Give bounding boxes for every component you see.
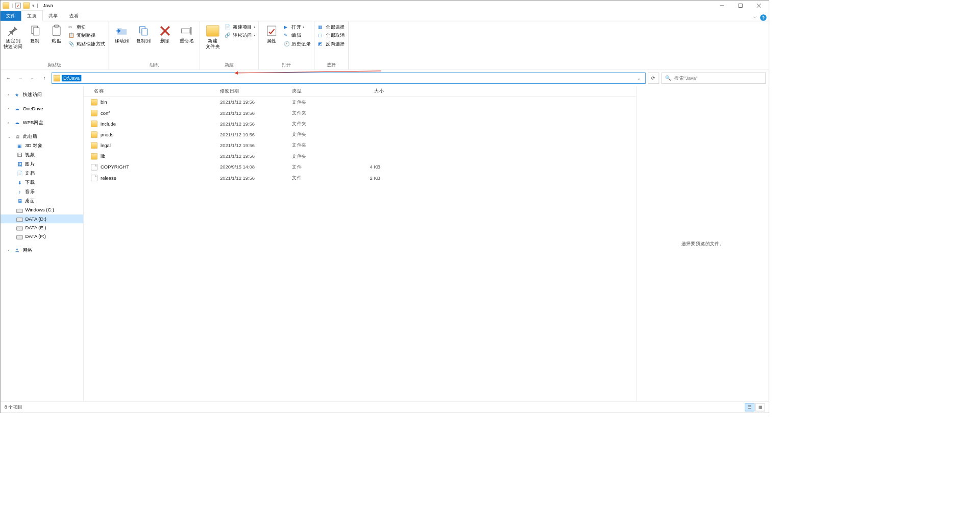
folder-icon <box>3 3 9 9</box>
back-button[interactable]: ← <box>4 74 13 83</box>
group-label-organize: 组织 <box>112 61 197 69</box>
file-type: 文件夹 <box>288 131 348 138</box>
column-date[interactable]: 修改日期 <box>216 88 288 94</box>
tree-network[interactable]: ›🖧网络 <box>1 246 83 255</box>
tab-file[interactable]: 文件 <box>1 11 21 21</box>
tree-onedrive[interactable]: ›☁OneDrive <box>1 104 83 113</box>
file-row[interactable]: legal2021/1/12 19:56文件夹 <box>84 140 636 151</box>
tree-wps[interactable]: ›☁WPS网盘 <box>1 118 83 127</box>
copy-button[interactable]: 复制 <box>25 23 44 44</box>
column-type[interactable]: 类型 <box>288 88 348 94</box>
up-button[interactable]: ↑ <box>40 74 50 83</box>
search-box[interactable]: 🔍 搜索"Java" <box>662 73 766 84</box>
tree-downloads[interactable]: ⬇下载 <box>1 178 83 187</box>
file-name: lib <box>101 153 105 159</box>
rename-button[interactable]: 重命名 <box>177 23 197 44</box>
file-type: 文件夹 <box>288 99 348 105</box>
invert-selection-button[interactable]: ◩反向选择 <box>318 40 345 47</box>
address-bar[interactable]: D:\Java ⌄ <box>52 73 645 84</box>
file-type: 文件夹 <box>288 153 348 159</box>
preview-hint: 选择要预览的文件。 <box>681 241 725 247</box>
icons-view-button[interactable]: ▦ <box>755 403 765 411</box>
file-name: bin <box>101 99 107 105</box>
collapse-ribbon-icon[interactable]: ﹀ <box>753 15 757 20</box>
properties-qat-icon[interactable]: ✔ <box>15 3 21 8</box>
file-type: 文件夹 <box>288 142 348 149</box>
open-button[interactable]: ▶打开▾ <box>284 23 311 30</box>
column-headers: 名称 修改日期 类型 大小 <box>84 86 636 97</box>
group-label-open: 打开 <box>262 61 311 69</box>
file-date: 2021/1/12 19:56 <box>216 121 288 127</box>
column-size[interactable]: 大小 <box>348 88 388 94</box>
separator: | <box>37 3 38 8</box>
new-folder-button[interactable]: 新建 文件夹 <box>203 23 223 50</box>
forward-button[interactable]: → <box>16 74 26 83</box>
file-type: 文件 <box>288 174 348 181</box>
tree-documents[interactable]: 📄文档 <box>1 169 83 178</box>
folder-icon <box>91 142 97 149</box>
select-none-button[interactable]: ▢全部取消 <box>318 32 345 39</box>
file-row[interactable]: include2021/1/12 19:56文件夹 <box>84 118 636 129</box>
select-all-button[interactable]: ▦全部选择 <box>318 23 345 30</box>
delete-button[interactable]: 删除 <box>156 23 175 44</box>
item-count: 8 个项目 <box>5 403 23 410</box>
refresh-button[interactable]: ⟳ <box>648 73 659 84</box>
details-view-button[interactable]: ☰ <box>745 403 754 411</box>
tree-drive-f[interactable]: DATA (F:) <box>1 232 83 241</box>
file-type: 文件夹 <box>288 121 348 127</box>
file-row[interactable]: bin2021/1/12 19:56文件夹 <box>84 97 636 107</box>
folder-small-icon <box>23 3 30 9</box>
tree-drive-e[interactable]: DATA (E:) <box>1 223 83 232</box>
tree-music[interactable]: ♪音乐 <box>1 187 83 197</box>
tab-view[interactable]: 查看 <box>64 11 85 21</box>
move-to-button[interactable]: 移动到 <box>112 23 132 44</box>
paste-shortcut-button[interactable]: 📎粘贴快捷方式 <box>68 40 105 47</box>
address-path[interactable]: D:\Java <box>62 75 81 82</box>
tree-videos[interactable]: 🎞视频 <box>1 150 83 159</box>
tree-drive-c[interactable]: Windows (C:) <box>1 206 83 214</box>
file-row[interactable]: conf2021/1/12 19:56文件夹 <box>84 107 636 118</box>
file-date: 2021/1/12 19:56 <box>216 99 288 105</box>
group-label-new: 新建 <box>203 61 255 69</box>
paste-button[interactable]: 粘贴 <box>47 23 66 44</box>
window-title: Java <box>43 3 53 8</box>
file-date: 2021/1/12 19:56 <box>216 142 288 148</box>
edit-button[interactable]: ✎编辑 <box>284 32 311 39</box>
properties-button[interactable]: 属性 <box>262 23 281 44</box>
group-label-clipboard: 剪贴板 <box>4 61 105 69</box>
maximize-button[interactable] <box>731 1 750 11</box>
pin-quickaccess-button[interactable]: 固定到 快速访问 <box>4 23 23 50</box>
tree-pictures[interactable]: 🖼图片 <box>1 159 83 169</box>
help-icon[interactable]: ? <box>760 14 767 21</box>
qat-dropdown-icon[interactable]: ▾ <box>32 3 35 8</box>
recent-locations-button[interactable]: ⌄ <box>28 74 37 83</box>
file-type: 文件 <box>288 163 348 170</box>
file-row[interactable]: release2021/1/12 19:56文件2 KB <box>84 173 636 183</box>
file-list-pane: 名称 修改日期 类型 大小 bin2021/1/12 19:56文件夹conf2… <box>84 86 636 401</box>
svg-rect-7 <box>54 25 58 27</box>
close-button[interactable] <box>750 1 768 11</box>
minimize-button[interactable] <box>713 1 731 11</box>
history-button[interactable]: 🕘历史记录 <box>284 40 311 47</box>
column-name[interactable]: 名称 <box>84 88 216 94</box>
easy-access-button[interactable]: 🔗轻松访问▾ <box>225 32 255 39</box>
cut-button[interactable]: ✂剪切 <box>68 23 105 30</box>
copy-to-button[interactable]: 复制到 <box>134 23 153 44</box>
tree-this-pc[interactable]: ⌄🖥此电脑 <box>1 132 83 141</box>
file-row[interactable]: lib2021/1/12 19:56文件夹 <box>84 151 636 161</box>
file-row[interactable]: COPYRIGHT2020/9/15 14:08文件4 KB <box>84 161 636 172</box>
tree-quick-access[interactable]: ›★快速访问 <box>1 90 83 100</box>
svg-rect-10 <box>181 29 190 33</box>
tab-home[interactable]: 主页 <box>21 10 43 21</box>
tab-share[interactable]: 共享 <box>43 11 64 21</box>
address-dropdown-icon[interactable]: ⌄ <box>634 76 643 81</box>
navigation-pane[interactable]: ›★快速访问 ›☁OneDrive ›☁WPS网盘 ⌄🖥此电脑 ▣3D 对象 🎞… <box>1 86 84 401</box>
tree-drive-d[interactable]: DATA (D:) <box>1 214 83 223</box>
status-bar: 8 个项目 ☰ ▦ <box>1 401 769 413</box>
tree-desktop[interactable]: 🖥桌面 <box>1 197 83 206</box>
new-item-button[interactable]: 📄新建项目▾ <box>225 23 255 30</box>
copy-path-button[interactable]: 📋复制路径 <box>68 32 105 39</box>
file-row[interactable]: jmods2021/1/12 19:56文件夹 <box>84 129 636 140</box>
tree-3d-objects[interactable]: ▣3D 对象 <box>1 141 83 150</box>
file-size: 4 KB <box>348 164 388 170</box>
